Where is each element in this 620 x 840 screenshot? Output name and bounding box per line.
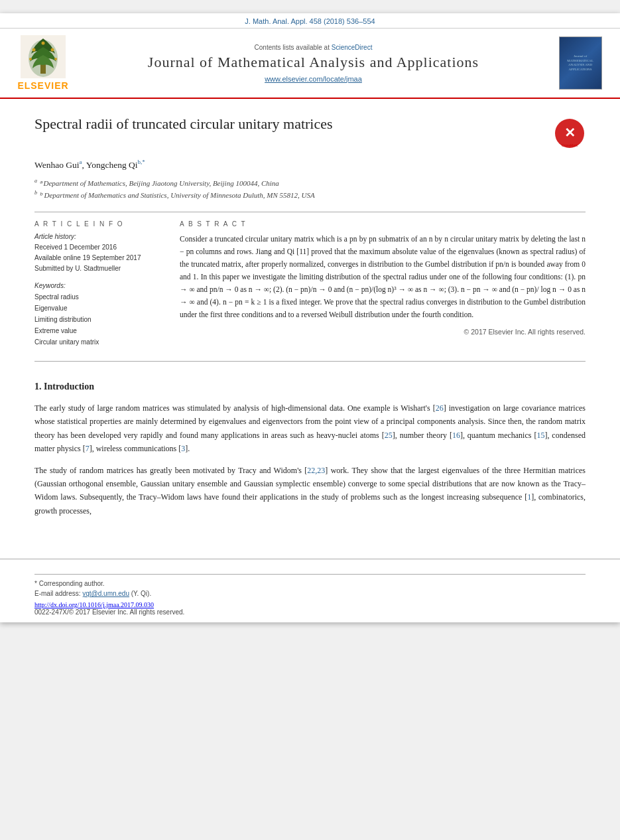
author-gui-affil: a [80, 159, 82, 165]
footer-email-line: E-mail address: yqt@d.umn.edu (Y. Qi). [34, 590, 586, 597]
elsevier-wordmark: ELSEVIER [17, 80, 68, 91]
cover-text: Journal ofMATHEMATICALANALYSIS ANDAPPLIC… [567, 54, 593, 72]
divider-2 [34, 361, 586, 362]
footer-divider [34, 574, 586, 575]
keywords-title: Keywords: [34, 282, 164, 289]
article-title-block: Spectral radii of truncated circular uni… [34, 115, 586, 149]
journal-center-info: Contents lists available at ScienceDirec… [84, 44, 543, 83]
keyword-5: Circular unitary matrix [34, 336, 164, 348]
author-qi-affil: b,* [138, 159, 145, 165]
history-received: Received 1 December 2016 [34, 242, 164, 253]
svg-point-3 [32, 48, 36, 52]
journal-reference-bar: J. Math. Anal. Appl. 458 (2018) 536–554 [0, 13, 620, 29]
journal-title: Journal of Mathematical Analysis and App… [84, 54, 543, 71]
ref-7: 7 [86, 444, 90, 453]
ref-26: 26 [436, 403, 444, 413]
article-history-block: Article history: Received 1 December 201… [34, 233, 164, 274]
section-title: 1. Introduction [34, 382, 586, 392]
history-received-text: Received 1 December 2016 [34, 244, 117, 251]
section-number: 1. [34, 382, 44, 391]
ref-22-23: 22,23 [307, 466, 325, 475]
footer-star: * [34, 580, 37, 587]
history-available: Available online 19 September 2017 [34, 253, 164, 263]
section-name: Introduction [44, 382, 94, 391]
journal-url[interactable]: www.elsevier.com/locate/jmaa [84, 75, 543, 83]
ref-15: 15 [536, 431, 544, 440]
abstract-text: Consider a truncated circular unitary ma… [180, 233, 586, 321]
ref-25: 25 [385, 431, 393, 440]
abstract-column: A B S T R A C T Consider a truncated cir… [180, 220, 586, 348]
journal-header: ELSEVIER Contents lists available at Sci… [0, 29, 620, 99]
svg-point-6 [29, 58, 32, 60]
article-info-header: A R T I C L E I N F O [34, 220, 164, 228]
page-footer: * Corresponding author. E-mail address: … [0, 559, 620, 622]
doi-link[interactable]: http://dx.doi.org/10.1016/j.jmaa.2017.09… [34, 601, 154, 608]
svg-point-5 [51, 48, 54, 52]
history-available-text: Available online 19 September 2017 [34, 254, 141, 261]
intro-paragraph-1: The early study of large random matrices… [34, 401, 586, 456]
footer-email-label: E-mail address: [34, 590, 80, 597]
intro-paragraph-2: The study of random matrices has greatly… [34, 464, 586, 518]
abstract-header: A B S T R A C T [180, 220, 586, 228]
footer-email-address[interactable]: yqt@d.umn.edu [82, 590, 129, 597]
svg-text:✕: ✕ [564, 125, 576, 140]
divider-1 [34, 212, 586, 212]
author-qi: Yongcheng Qi [86, 160, 138, 170]
ref-16: 16 [452, 431, 460, 440]
contents-available-line: Contents lists available at ScienceDirec… [84, 44, 543, 51]
article-info-column: A R T I C L E I N F O Article history: R… [34, 220, 164, 348]
journal-cover-image: Journal ofMATHEMATICALANALYSIS ANDAPPLIC… [554, 36, 607, 90]
cover-thumbnail: Journal ofMATHEMATICALANALYSIS ANDAPPLIC… [559, 36, 602, 90]
affiliation-b-text: ᵇ Department of Mathematics and Statisti… [39, 190, 315, 198]
introduction-section: 1. Introduction The early study of large… [34, 382, 586, 518]
article-title-text: Spectral radii of truncated circular uni… [34, 115, 543, 134]
page: J. Math. Anal. Appl. 458 (2018) 536–554 [0, 13, 620, 622]
footer-email-person: (Y. Qi). [131, 590, 151, 597]
footer-corresponding-note: * Corresponding author. [34, 580, 586, 587]
footer-corresponding-label: Corresponding author. [39, 580, 105, 587]
elsevier-tree-icon [21, 35, 66, 78]
main-content: Spectral radii of truncated circular uni… [0, 99, 620, 545]
sciencedirect-link[interactable]: ScienceDirect [332, 44, 373, 51]
svg-text:CrossMark: CrossMark [562, 143, 578, 147]
crossmark-icon[interactable]: ✕ CrossMark [554, 117, 586, 149]
history-submitted-text: Submitted by U. Stadtmueller [34, 265, 121, 272]
affiliation-a: a ᵃ Department of Mathematics, Beijing J… [34, 177, 586, 189]
footer-doi[interactable]: http://dx.doi.org/10.1016/j.jmaa.2017.09… [34, 601, 586, 608]
affiliation-b: b ᵇ Department of Mathematics and Statis… [34, 189, 586, 201]
affiliation-a-text: ᵃ Department of Mathematics, Beijing Jia… [39, 178, 279, 186]
svg-point-7 [54, 58, 57, 60]
keyword-4: Extreme value [34, 325, 164, 336]
svg-point-4 [42, 42, 45, 45]
history-submitted: Submitted by U. Stadtmueller [34, 263, 164, 274]
journal-reference-text: J. Math. Anal. Appl. 458 (2018) 536–554 [245, 17, 375, 25]
keyword-1: Spectral radius [34, 291, 164, 303]
contents-label: Contents lists available at [255, 44, 332, 51]
affiliations-block: a ᵃ Department of Mathematics, Beijing J… [34, 177, 586, 202]
ref-3: 3 [181, 444, 185, 453]
keyword-2: Eigenvalue [34, 303, 164, 314]
author-gui: Wenhao Gui [34, 160, 80, 170]
authors-line: Wenhao Guia, Yongcheng Qib,* [34, 159, 586, 171]
elsevier-logo-left: ELSEVIER [13, 35, 73, 91]
journal-url-link[interactable]: www.elsevier.com/locate/jmaa [265, 75, 362, 83]
article-info-abstract-columns: A R T I C L E I N F O Article history: R… [34, 220, 586, 348]
footer-copyright: 0022-247X/© 2017 Elsevier Inc. All right… [34, 608, 586, 616]
ref-1: 1 [527, 492, 531, 502]
abstract-copyright: © 2017 Elsevier Inc. All rights reserved… [180, 328, 586, 336]
keywords-block: Keywords: Spectral radius Eigenvalue Lim… [34, 282, 164, 348]
article-history-title: Article history: [34, 233, 164, 240]
keyword-3: Limiting distribution [34, 314, 164, 325]
